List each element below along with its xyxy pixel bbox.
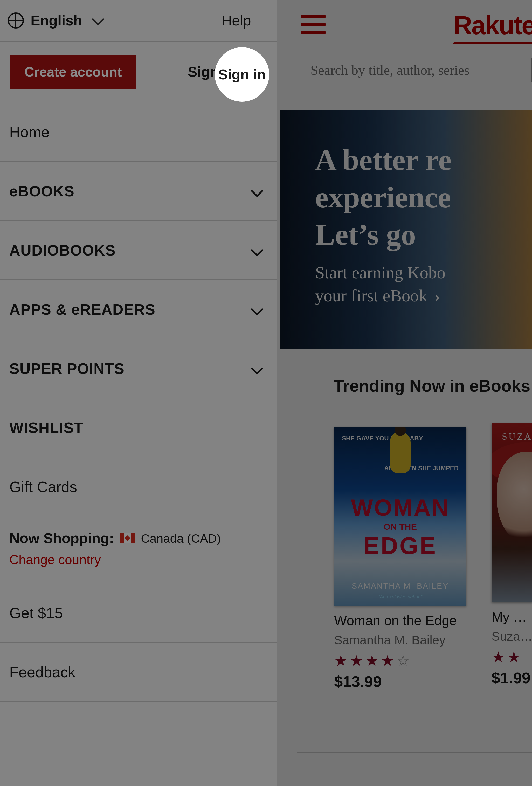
menu-item-audiobooks[interactable]: AUDIOBOOKS xyxy=(0,221,277,280)
drawer-menu-list: HomeeBOOKSAUDIOBOOKSAPPS & eREADERSSUPER… xyxy=(0,102,277,516)
chevron-down-icon xyxy=(251,185,263,197)
shopping-location: Canada (CAD) xyxy=(141,531,221,546)
canada-flag-icon xyxy=(120,533,135,544)
menu-item-apps-ereaders[interactable]: APPS & eREADERS xyxy=(0,280,277,339)
help-label: Help xyxy=(222,12,251,29)
now-shopping-block: Now Shopping: Canada (CAD) Change countr… xyxy=(0,516,277,583)
help-link[interactable]: Help xyxy=(195,0,277,41)
menu-label: SUPER POINTS xyxy=(9,360,124,377)
menu-item-ebooks[interactable]: eBOOKS xyxy=(0,162,277,221)
menu-item-super-points[interactable]: SUPER POINTS xyxy=(0,339,277,398)
menu-label: Feedback xyxy=(9,663,75,681)
navigation-drawer: English Help Create account Sign in Home… xyxy=(0,0,277,786)
menu-item-home[interactable]: Home xyxy=(0,102,277,162)
menu-item-get-15[interactable]: Get $15 xyxy=(0,583,277,643)
drawer-top-row: English Help xyxy=(0,0,277,42)
language-label: English xyxy=(30,12,82,29)
sign-in-highlight-label: Sign in xyxy=(218,66,265,83)
menu-label: APPS & eREADERS xyxy=(9,301,155,318)
chevron-down-icon xyxy=(251,362,263,375)
sign-in-highlight[interactable]: Sign in xyxy=(215,47,269,102)
modal-backdrop[interactable] xyxy=(277,0,532,786)
menu-item-gift-cards[interactable]: Gift Cards xyxy=(0,457,277,516)
create-account-button[interactable]: Create account xyxy=(10,55,136,89)
menu-label: AUDIOBOOKS xyxy=(9,241,116,259)
menu-item-feedback[interactable]: Feedback xyxy=(0,643,277,702)
menu-label: WISHLIST xyxy=(9,419,83,436)
chevron-down-icon xyxy=(251,303,263,316)
menu-item-wishlist[interactable]: WISHLIST xyxy=(0,398,277,457)
menu-label: eBOOKS xyxy=(9,182,74,200)
chevron-down-icon xyxy=(251,244,263,256)
chevron-down-icon xyxy=(92,13,104,25)
globe-icon xyxy=(8,13,24,28)
menu-label: Gift Cards xyxy=(9,478,77,495)
now-shopping-label: Now Shopping: xyxy=(9,530,114,547)
menu-label: Get $15 xyxy=(9,604,63,622)
language-selector[interactable]: English xyxy=(0,0,195,41)
change-country-link[interactable]: Change country xyxy=(9,552,267,567)
menu-label: Home xyxy=(9,123,49,141)
